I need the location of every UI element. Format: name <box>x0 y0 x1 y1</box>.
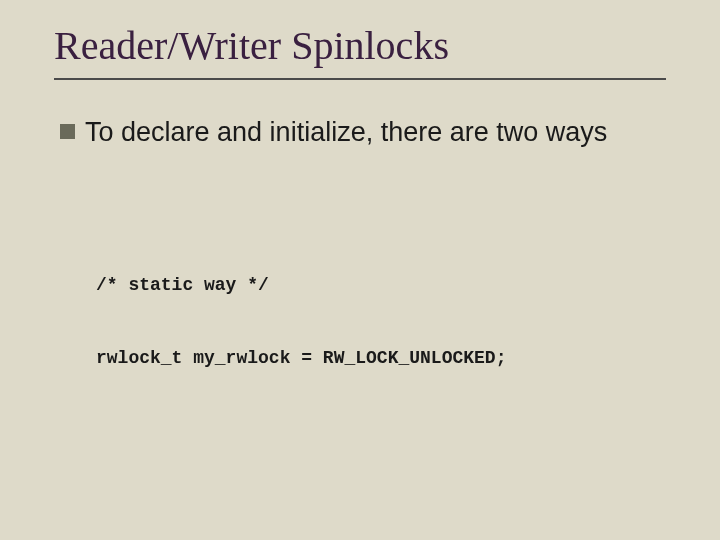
slide-title: Reader/Writer Spinlocks <box>54 22 449 69</box>
bullet-text: To declare and initialize, there are two… <box>85 116 607 150</box>
slide-body: To declare and initialize, there are two… <box>60 116 680 540</box>
title-underline <box>54 78 666 80</box>
code-line: /* static way */ <box>96 273 680 297</box>
code-group-dynamic: /* dynamic way */ rwlock_t my_rwlock; rw… <box>96 491 680 540</box>
bullet-item: To declare and initialize, there are two… <box>60 116 680 150</box>
bullet-square-icon <box>60 124 75 139</box>
code-block: /* static way */ rwlock_t my_rwlock = RW… <box>96 168 680 540</box>
code-group-static: /* static way */ rwlock_t my_rwlock = RW… <box>96 224 680 418</box>
code-line: rwlock_t my_rwlock = RW_LOCK_UNLOCKED; <box>96 346 680 370</box>
